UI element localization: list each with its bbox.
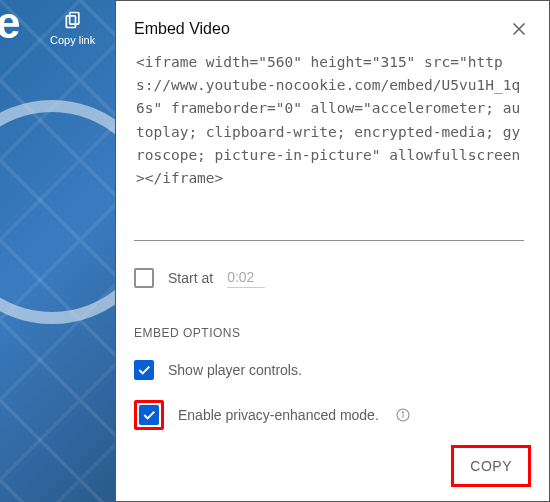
check-icon [141,407,157,423]
close-button[interactable] [507,17,531,41]
svg-point-4 [402,412,403,413]
thumbnail-text-fragment: ure [0,0,20,48]
close-icon [508,18,530,40]
start-at-label: Start at [168,270,213,286]
dialog-header: Embed Video [116,1,549,51]
copy-button[interactable]: COPY [456,450,526,482]
start-at-checkbox[interactable] [134,268,154,288]
player-controls-checkbox[interactable] [134,360,154,380]
start-at-row: Start at [134,267,543,288]
embed-code-textarea[interactable] [134,51,524,241]
svg-rect-1 [66,16,75,28]
copy-link-icon [63,10,83,30]
dialog-title: Embed Video [134,20,230,38]
player-controls-option: Show player controls. [134,360,543,380]
dialog-footer: COPY [116,435,549,501]
svg-rect-0 [69,13,78,25]
info-icon[interactable] [395,407,411,423]
player-controls-label: Show player controls. [168,362,302,378]
annotation-highlight [134,400,164,430]
embed-options-heading: EMBED OPTIONS [134,326,543,340]
annotation-highlight: COPY [451,445,531,487]
dialog-body[interactable]: Start at EMBED OPTIONS Show player contr… [116,51,549,435]
privacy-mode-label: Enable privacy-enhanced mode. [178,407,379,423]
video-thumbnail-panel: ure Copy link [0,0,115,502]
copy-link-label: Copy link [50,34,95,46]
start-at-time-input[interactable] [227,267,265,288]
copy-link-share-option[interactable]: Copy link [50,10,95,46]
embed-video-dialog: Embed Video Start at EMBED OPTIONS Show … [115,0,550,502]
privacy-mode-option: Enable privacy-enhanced mode. [134,400,543,430]
check-icon [136,362,152,378]
privacy-mode-checkbox[interactable] [139,405,159,425]
